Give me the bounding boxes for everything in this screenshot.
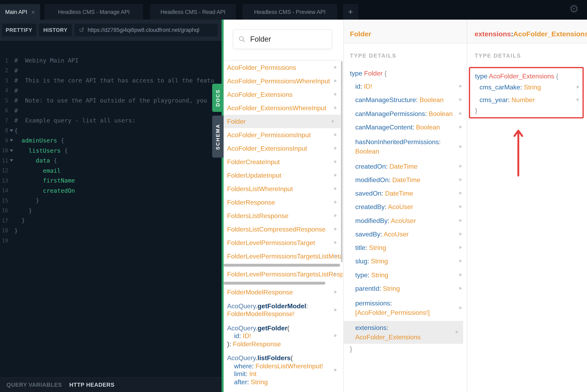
docs-search-input[interactable] — [249, 34, 325, 44]
field-row[interactable]: title: String — [344, 241, 467, 254]
editor-line[interactable]: 2# — [0, 66, 221, 76]
editor-line[interactable]: 14 createdOn — [0, 186, 221, 196]
docs-list-item[interactable]: FolderLevelPermissionsTargetsListRespo — [224, 268, 343, 281]
editor-line[interactable]: 13 firstName — [0, 176, 221, 186]
line-number: 7 — [0, 118, 8, 124]
editor-line[interactable]: 16 } — [0, 206, 221, 216]
editor-line[interactable]: 6# — [0, 106, 221, 116]
docs-list-item[interactable]: FolderLevelPermissionsTargetsListMeta — [224, 250, 343, 263]
editor-line[interactable]: 5# Note: to use the API outside of the p… — [0, 96, 221, 106]
editor-line[interactable]: 18} — [0, 226, 221, 236]
add-tab-button[interactable]: + — [343, 4, 358, 20]
tab-headless-cms-read-api[interactable]: Headless CMS - Read API — [150, 4, 236, 20]
tab-headless-cms-manage-api[interactable]: Headless CMS - Manage API — [45, 4, 143, 20]
editor-line[interactable]: 15 } — [0, 196, 221, 206]
docs-list-item[interactable]: AcoFolder_PermissionsWhereInput — [224, 74, 343, 88]
chevron-right-icon — [334, 200, 337, 204]
docs-side-tab[interactable]: DOCS — [212, 84, 224, 112]
fold-arrow-icon[interactable] — [8, 130, 14, 132]
docs-list-item[interactable]: FoldersListWhereInput — [224, 182, 343, 196]
field-row[interactable]: permissions: [AcoFolder_Permissions!] — [344, 295, 467, 321]
text-segment: # Example query - list all users: — [14, 118, 136, 124]
editor-line[interactable]: 4# — [0, 86, 221, 96]
fold-arrow-icon[interactable] — [8, 160, 14, 162]
docs-list-item[interactable]: FoldersListCompressedResponse — [224, 222, 343, 236]
field-row[interactable]: modifiedBy: AcoUser — [344, 214, 467, 228]
http-headers-tab[interactable]: HTTP HEADERS — [69, 382, 115, 388]
refresh-icon[interactable]: ↺ — [79, 26, 84, 34]
docs-list-item[interactable]: AcoFolder_Extensions — [224, 88, 343, 101]
docs-item-label: FolderLevelPermissionsTargetsListMeta — [227, 252, 343, 260]
field-row[interactable]: savedBy: AcoUser — [344, 228, 467, 241]
docs-search-box[interactable] — [233, 30, 332, 49]
field-row[interactable]: parentId: String — [344, 282, 467, 296]
editor-line[interactable]: 1# Webiny Main API — [0, 56, 221, 66]
docs-list-item[interactable]: FolderModelResponse — [224, 286, 343, 299]
editor-line[interactable]: 17 } — [0, 216, 221, 226]
docs-type-list: AcoFolder_PermissionsAcoFolder_Permissio… — [224, 61, 343, 392]
docs-list-item[interactable]: AcoFolder_Permissions — [224, 61, 343, 74]
field-row[interactable]: canManageContent: Boolean — [344, 120, 467, 134]
fold-arrow-icon[interactable] — [8, 140, 14, 142]
closing-brace: } — [344, 346, 467, 353]
history-button[interactable]: HISTORY — [39, 24, 72, 36]
docs-list-item[interactable]: Folder — [224, 115, 341, 128]
field-row[interactable]: createdBy: AcoUser — [344, 200, 467, 214]
editor-line[interactable]: 7# Example query - list all users: — [0, 116, 221, 126]
field-row[interactable]: id: ID! — [344, 80, 467, 93]
text-segment — [14, 138, 22, 144]
editor-line[interactable]: 9 adminUsers { — [0, 136, 221, 146]
docs-list-item[interactable]: AcoQuery.getFolder(id: ID!): FolderRespo… — [224, 321, 343, 351]
docs-list-item[interactable]: FoldersListResponse — [224, 209, 343, 222]
docs-list-item[interactable]: FolderLevelPermissionsTarget — [224, 236, 343, 250]
horizontal-scrollbar[interactable] — [224, 264, 340, 267]
editor-line[interactable]: 19 — [0, 236, 221, 246]
docs-list-item[interactable]: AcoFolder_PermissionsInput — [224, 128, 343, 142]
field-row[interactable]: type: String — [344, 268, 467, 282]
docs-divider[interactable] — [221, 20, 224, 392]
field-row[interactable]: extensions: AcoFolder_Extensions — [344, 321, 463, 344]
docs-list-item[interactable]: AcoQuery.listFolders(where: FoldersListW… — [224, 351, 343, 389]
tab-headless-cms-preview-api[interactable]: Headless CMS - Preview API — [242, 4, 337, 20]
query-variables-tab[interactable]: QUERY VARIABLES — [7, 382, 62, 388]
endpoint-url-input[interactable] — [88, 27, 210, 33]
field-row[interactable]: modifiedOn: DateTime — [344, 173, 467, 187]
endpoint-url-bar[interactable]: ↺ — [74, 24, 218, 36]
editor-line[interactable]: 3# This is the core API that has access … — [0, 76, 221, 86]
chevron-right-icon — [334, 308, 337, 311]
docs-list-item[interactable]: FolderUpdateInput — [224, 169, 343, 182]
text-segment: # — [14, 88, 18, 94]
text-segment: AcoFolder_Extensions — [513, 30, 587, 38]
editor-line[interactable]: 11 data { — [0, 156, 221, 166]
horizontal-scrollbar[interactable] — [224, 282, 325, 284]
docs-list-item[interactable]: AcoFolder_ExtensionsWhereInput — [224, 101, 343, 115]
line-number: 9 — [0, 138, 8, 144]
docs-item-line: ): FolderResponse — [227, 340, 337, 348]
field-row[interactable]: slug: String — [344, 254, 467, 268]
editor-line[interactable]: 8{ — [0, 126, 221, 136]
query-editor[interactable]: 1# Webiny Main API2#3# This is the core … — [0, 41, 221, 377]
field-row[interactable]: canManageStructure: Boolean — [344, 93, 467, 107]
settings-gear-icon[interactable]: ⚙ — [569, 2, 579, 16]
schema-side-tab[interactable]: SCHEMA — [212, 116, 224, 158]
vertical-scrollbar[interactable] — [341, 61, 343, 262]
tab-main-api[interactable]: Main API × — [0, 4, 40, 20]
editor-line[interactable]: 10 listUsers { — [0, 146, 221, 156]
field-row[interactable]: createdOn: DateTime — [344, 160, 467, 173]
field-row[interactable]: canManagePermissions: Boolean — [344, 107, 467, 120]
close-icon[interactable]: × — [31, 9, 35, 15]
docs-item-label: AcoFolder_ExtensionsWhereInput — [227, 104, 327, 112]
extensions-type-panel: extensions: AcoFolder_Extensions TYPE DE… — [467, 20, 587, 392]
docs-item-line: limit: Int — [227, 370, 337, 378]
docs-list-item[interactable]: AcoQuery.getFolderModel:FolderModelRespo… — [224, 299, 343, 321]
field-row[interactable]: savedOn: DateTime — [344, 186, 467, 200]
field-row[interactable]: cms_year: Number — [474, 94, 582, 106]
editor-line[interactable]: 12 email — [0, 166, 221, 176]
docs-list-item[interactable]: AcoFolder_ExtensionsInput — [224, 142, 343, 155]
prettify-button[interactable]: PRETTIFY — [2, 24, 36, 36]
field-row[interactable]: cms_carMake: String — [474, 81, 582, 94]
field-row[interactable]: hasNonInheritedPermissions: Boolean — [344, 134, 467, 160]
docs-list-item[interactable]: FolderResponse — [224, 196, 343, 209]
docs-list-item[interactable]: FolderCreateInput — [224, 155, 343, 169]
fold-arrow-icon[interactable] — [8, 150, 14, 152]
